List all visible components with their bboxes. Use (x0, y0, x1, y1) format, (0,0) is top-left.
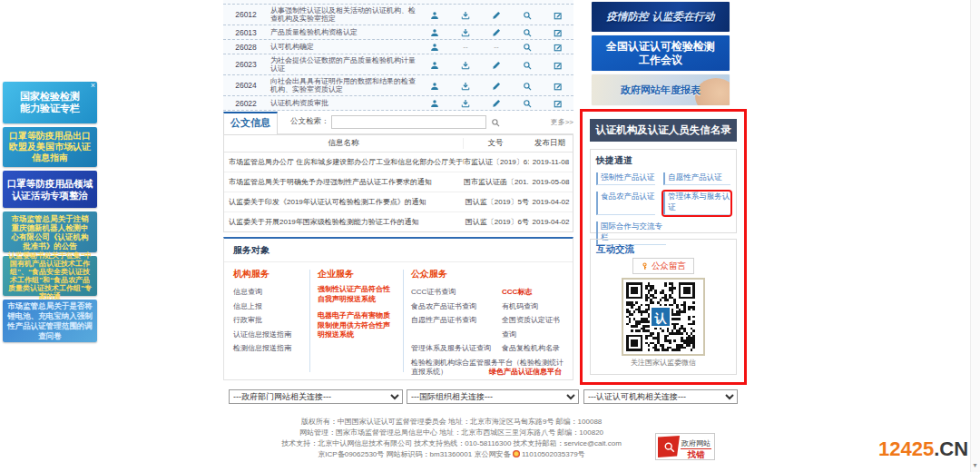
doc-row[interactable]: 认监委关于开展2019年国家级检验检测能力验证工作的通知 国认监〔2019〕6号… (224, 212, 573, 231)
table-row: 26024 向社会出具具有证明作用的数据和结果的检查机构、实验室资质认定 (223, 75, 573, 96)
banner-text: 市场监管总局关于注销重庆德新机器人检测中心有限公司《认证机构批准书》的公告 (9, 214, 91, 251)
edit-icon[interactable] (543, 77, 573, 93)
service-link[interactable]: 认证信息报送指南 (233, 328, 302, 342)
watermark-12425cn: 12425.CN (878, 438, 968, 461)
doc-title[interactable]: 市场监管总局关于明确免予办理强制性产品认证工作要求的通知 (224, 177, 464, 187)
links-select-international[interactable]: ---国际组织相关连接--- (407, 389, 579, 404)
qr-code-image: 认 (626, 282, 695, 351)
blacklist-header[interactable]: 认证机构及认证人员失信名录 (590, 119, 737, 142)
service-link[interactable]: 检测信息报送指南 (233, 341, 302, 356)
quick-link-voluntary-product[interactable]: 自愿性产品认证 (663, 172, 730, 185)
service-link[interactable]: 全国资质认定证书查询 (502, 313, 564, 341)
service-link[interactable]: 信息查询 (233, 285, 302, 300)
download-icon[interactable] (450, 6, 481, 23)
approval-title: 为社会提供公证数据的产品质量检验机构计量认证 (269, 55, 419, 74)
org-services-heading: 机构服务 (233, 268, 302, 280)
scrollbar-track[interactable] (970, 0, 980, 472)
sidebar-banner-chongqing-notice[interactable]: 市场监管总局关于注销重庆德新机器人检测中心有限公司《认证机构批准书》的公告 (3, 211, 97, 252)
banner-annual-report[interactable]: 政府网站年度报表 (592, 74, 730, 105)
doc-row[interactable]: 认监委关于印发《2019年认证认可检验检测工作要点》的通知 国认监〔2019〕5… (224, 192, 573, 212)
sidebar-banner-proficiency-testing[interactable]: × 国家检验检测能力验证专栏 (3, 82, 97, 123)
public-message-label: 公众留言 (652, 261, 686, 272)
tab-doc-info[interactable]: 公文信息 (223, 112, 278, 134)
approval-code: 26022 (223, 99, 269, 108)
quick-link-food-agri[interactable]: 食品农产品认证 (596, 192, 655, 215)
user-icon[interactable] (419, 6, 450, 23)
search-icon[interactable] (512, 56, 543, 73)
banner-national-work-conference[interactable]: 全国认证认可检验检测工作会议 (592, 35, 730, 71)
footer-line-copyright: 版权所有：中国国家认证认可监督管理委员会 地址：北京市海淀区马甸东路9号 邮编：… (231, 417, 671, 428)
edit-icon[interactable] (543, 56, 573, 73)
search-icon[interactable] (512, 6, 543, 23)
public-services-heading: 公众服务 (411, 268, 564, 280)
services-section: 服务对象 机构服务 信息查询 信息上报 行政审批 认证信息报送指南 检测信息报送… (223, 237, 573, 380)
approval-code: 26013 (223, 28, 269, 37)
sidebar-banner-mask-export-guide[interactable]: 口罩等防疫用品出口欧盟及美国市场认证信息指南 (3, 127, 97, 167)
service-link[interactable]: 绿色产品认证信息平台 (489, 368, 562, 378)
more-link[interactable]: 更多>> (551, 117, 573, 127)
download-icon[interactable] (450, 77, 481, 93)
download-icon[interactable] (450, 56, 481, 73)
doc-search-label: 公文检索： (290, 116, 329, 127)
download-icon[interactable] (450, 25, 481, 41)
service-link[interactable]: 电器电子产品有害物质限制使用供方符合性声明报送系统 (318, 311, 396, 340)
search-icon[interactable] (491, 113, 500, 130)
service-link[interactable]: CCC标志 (502, 285, 564, 300)
highlight-annotation-box: 认证机构及认证人员失信名录 快捷通道 强制性产品认证 自愿性产品认证 食品农产品… (580, 109, 747, 385)
service-link[interactable]: 行政审批 (233, 313, 302, 328)
search-icon[interactable] (512, 39, 543, 55)
write-icon[interactable] (481, 95, 512, 112)
no-action-dash: -- (450, 43, 481, 51)
beian-number: 11010502035379号 (522, 450, 585, 458)
download-icon[interactable] (450, 95, 481, 112)
quick-link-compulsory-product[interactable]: 强制性产品认证 (596, 172, 655, 185)
close-icon[interactable]: × (91, 82, 95, 90)
sidebar-banner-mask-certification-rectify[interactable]: 口罩等防疫用品领域认证活动专项整治 (3, 171, 97, 208)
service-link[interactable]: CCC证书查询 (411, 285, 502, 300)
public-message-button[interactable]: 公众留言 (632, 258, 694, 274)
banner-text: 市场监管总局关于是否将锂电池、充电宝纳入强制性产品认证管理范围的调查问卷 (6, 301, 93, 341)
quick-channel-title: 快捷通道 (596, 154, 730, 167)
search-icon[interactable] (512, 77, 543, 93)
service-link[interactable]: 管理体系及服务认证查询 (411, 341, 502, 356)
doc-title[interactable]: 市场监管总局办公厅 住房和城乡建设部办公厅工业和信息化部办公厅关于印发绿... (224, 157, 464, 167)
chevron-down-icon[interactable]: ▾ (971, 461, 979, 469)
write-icon[interactable] (481, 6, 512, 23)
doc-row[interactable]: 市场监管总局关于明确免予办理强制性产品认证工作要求的通知 国市监认证函〔201.… (224, 172, 573, 192)
doc-title[interactable]: 认监委关于印发《2019年认证认可检验检测工作要点》的通知 (224, 197, 464, 207)
user-icon[interactable] (419, 39, 450, 55)
sidebar-banner-expert-recruit[interactable]: 认监委秘书处关于征集“中国有机产品认证技术工作组”、“食品安全类认证技术工作组”… (3, 256, 97, 296)
write-icon[interactable] (481, 25, 512, 41)
links-select-government[interactable]: ---政府部门网站相关连接--- (229, 389, 403, 404)
service-link[interactable]: 食品农产品证书查询 (411, 300, 502, 314)
banner-epidemic-action[interactable]: 疫情防控 认监委在行动 (592, 2, 730, 32)
service-link[interactable]: 自愿性产品证书查询 (411, 313, 502, 341)
edit-icon[interactable] (543, 95, 573, 112)
edit-icon[interactable] (543, 39, 573, 55)
watermark-tld: .CN (934, 438, 968, 460)
col-header-no: 文号 (463, 138, 527, 149)
service-link[interactable]: 食品复检机构名录 (502, 341, 564, 356)
doc-search-input[interactable] (331, 115, 486, 129)
user-icon[interactable] (419, 95, 450, 112)
banner-text: 认监委秘书处关于征集“中国有机产品认证技术工作组”、“食品安全类认证技术工作组”… (8, 251, 92, 300)
user-icon[interactable] (419, 77, 450, 93)
banner-text: 全国认证认可检验检测工作会议 (602, 40, 720, 67)
write-icon[interactable] (481, 56, 512, 73)
gov-site-error-report-badge[interactable]: 政府网站 找错 (655, 433, 715, 460)
footer-line-support: 技术支持：北京中认网信息技术有限公司 技术支持热线：010-58116300 技… (231, 438, 671, 449)
write-icon[interactable] (481, 77, 512, 93)
user-icon[interactable] (419, 56, 450, 73)
links-select-certification-bodies[interactable]: ---认证认可机构相关连接--- (583, 389, 738, 404)
watermark-number: 12425 (878, 438, 934, 460)
service-link[interactable]: 信息上报 (233, 300, 302, 314)
quick-link-management-system[interactable]: 管理体系与服务认证 (663, 192, 730, 215)
service-link[interactable]: 有机码查询 (502, 300, 564, 314)
doc-row[interactable]: 市场监管总局办公厅 住房和城乡建设部办公厅工业和信息化部办公厅关于印发绿... … (224, 152, 573, 172)
service-link[interactable]: 强制性认证产品符合性自我声明报送系统 (318, 285, 396, 304)
edit-icon[interactable] (543, 6, 573, 23)
sidebar-banner-battery-survey[interactable]: 市场监管总局关于是否将锂电池、充电宝纳入强制性产品认证管理范围的调查问卷 (3, 300, 97, 342)
doc-number: 市监认证〔2019〕61号 (464, 157, 529, 167)
search-icon[interactable] (512, 95, 543, 112)
doc-title[interactable]: 认监委关于开展2019年国家级检验检测能力验证工作的通知 (224, 217, 464, 227)
